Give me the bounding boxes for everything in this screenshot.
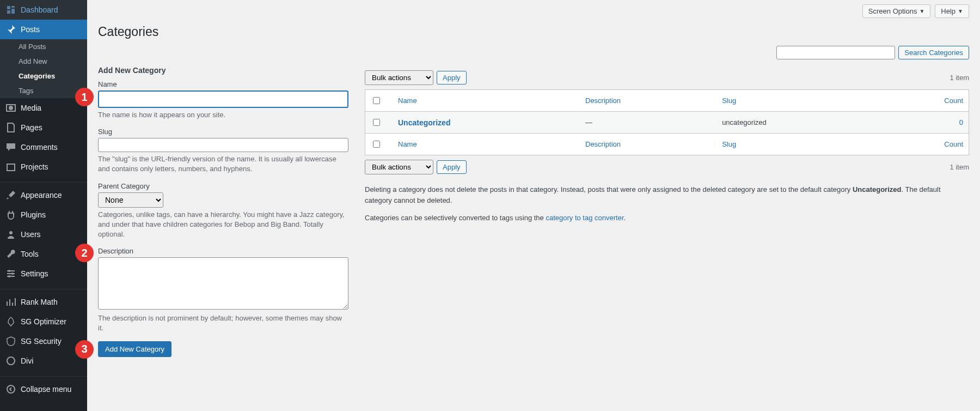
menu-settings[interactable]: Settings <box>0 264 87 283</box>
menu-label: Dashboard <box>21 5 58 14</box>
item-count-top: 1 item <box>950 74 969 82</box>
main-content: Screen Options ▼ Help ▼ Categories Searc… <box>87 0 980 411</box>
deletion-notice: Deleting a category does not delete the … <box>365 184 969 223</box>
col-slug-header[interactable]: Slug <box>722 96 736 105</box>
row-slug: uncategorized <box>716 112 880 134</box>
chevron-down-icon: ▼ <box>958 8 963 14</box>
svg-rect-2 <box>7 164 15 171</box>
screen-options-button[interactable]: Screen Options ▼ <box>862 4 931 18</box>
name-input[interactable] <box>98 90 348 108</box>
row-count-link[interactable]: 0 <box>959 118 963 126</box>
parent-category-select[interactable]: None <box>98 192 163 208</box>
col-slug-footer[interactable]: Slug <box>722 140 736 148</box>
divi-icon <box>5 355 16 366</box>
menu-label: Plugins <box>21 210 46 219</box>
svg-point-4 <box>8 270 10 272</box>
item-count-bottom: 1 item <box>950 163 969 171</box>
page-icon <box>5 122 16 133</box>
bulk-actions-select-top[interactable]: Bulk actions <box>365 70 433 85</box>
submenu-categories[interactable]: Categories <box>0 69 87 83</box>
menu-label: Projects <box>21 162 48 171</box>
admin-sidebar: Dashboard Posts All Posts Add New Catego… <box>0 0 87 411</box>
menu-sg-optimizer[interactable]: SG Optimizer <box>0 312 87 331</box>
comment-icon <box>5 142 16 153</box>
annotation-badge-1: 1 <box>75 88 94 106</box>
help-button[interactable]: Help ▼ <box>935 4 969 18</box>
svg-point-3 <box>9 231 13 234</box>
media-icon <box>5 102 16 113</box>
menu-projects[interactable]: Projects <box>0 157 87 177</box>
collapse-icon <box>5 384 16 395</box>
page-title: Categories <box>98 25 969 39</box>
name-label: Name <box>98 80 348 88</box>
menu-label: Pages <box>21 123 42 132</box>
menu-label: Settings <box>21 269 48 278</box>
chart-icon <box>5 297 16 307</box>
wrench-icon <box>5 249 16 259</box>
menu-label: Users <box>21 230 41 239</box>
bulk-actions-select-bottom[interactable]: Bulk actions <box>365 160 433 174</box>
col-description-header[interactable]: Description <box>585 96 621 105</box>
menu-label: SG Optimizer <box>21 317 66 326</box>
chevron-down-icon: ▼ <box>919 8 924 14</box>
menu-label: Tools <box>21 250 39 258</box>
menu-appearance[interactable]: Appearance <box>0 185 87 205</box>
row-checkbox[interactable] <box>373 119 380 126</box>
table-row: Uncategorized — uncategorized 0 <box>365 112 969 134</box>
slug-input[interactable] <box>98 138 348 152</box>
annotation-badge-2: 2 <box>75 244 94 262</box>
menu-divi[interactable]: Divi <box>0 351 87 371</box>
menu-label: Rank Math <box>21 298 58 306</box>
shield-icon <box>5 336 16 347</box>
menu-plugins[interactable]: Plugins <box>0 205 87 225</box>
name-help-text: The name is how it appears on your site. <box>98 110 348 120</box>
menu-sg-security[interactable]: SG Security <box>0 331 87 351</box>
notice-text: Categories can be selectively converted … <box>365 214 546 222</box>
submenu-all-posts[interactable]: All Posts <box>0 39 87 54</box>
menu-separator <box>0 286 87 289</box>
category-search-input[interactable] <box>776 46 895 59</box>
submenu-tags[interactable]: Tags <box>0 83 87 98</box>
svg-point-8 <box>7 385 15 393</box>
apply-button-bottom[interactable]: Apply <box>437 160 467 174</box>
select-all-checkbox-top[interactable] <box>373 97 380 104</box>
category-name-link[interactable]: Uncategorized <box>398 118 450 127</box>
form-heading: Add New Category <box>98 66 348 75</box>
row-description: — <box>580 112 716 134</box>
menu-media[interactable]: Media <box>0 98 87 118</box>
menu-label: Divi <box>21 356 33 365</box>
add-new-category-button[interactable]: Add New Category <box>98 341 171 357</box>
description-help-text: The description is not prominent by defa… <box>98 313 348 333</box>
menu-collapse[interactable]: Collapse menu <box>0 379 87 399</box>
apply-button-top[interactable]: Apply <box>437 71 467 84</box>
col-name-header[interactable]: Name <box>398 96 417 105</box>
menu-rank-math[interactable]: Rank Math <box>0 292 87 312</box>
menu-tools[interactable]: Tools <box>0 244 87 264</box>
svg-point-7 <box>7 357 15 365</box>
menu-label: Media <box>21 104 41 112</box>
search-categories-button[interactable]: Search Categories <box>898 46 969 59</box>
svg-point-6 <box>8 275 10 277</box>
submenu-add-new[interactable]: Add New <box>0 54 87 69</box>
col-count-header[interactable]: Count <box>944 96 963 105</box>
button-label: Help <box>941 7 955 15</box>
category-to-tag-converter-link[interactable]: category to tag converter <box>546 214 623 222</box>
menu-separator <box>0 373 87 377</box>
select-all-checkbox-bottom[interactable] <box>373 141 380 148</box>
menu-pages[interactable]: Pages <box>0 118 87 137</box>
categories-table: Name Description Slug Count Uncategorize… <box>365 89 969 155</box>
description-label: Description <box>98 247 348 255</box>
col-description-footer[interactable]: Description <box>585 140 621 148</box>
menu-posts[interactable]: Posts <box>0 20 87 39</box>
description-textarea[interactable] <box>98 257 348 310</box>
parent-help-text: Categories, unlike tags, can have a hier… <box>98 210 348 240</box>
menu-dashboard[interactable]: Dashboard <box>0 0 87 20</box>
col-name-footer[interactable]: Name <box>398 140 417 148</box>
slug-label: Slug <box>98 128 348 136</box>
rocket-icon <box>5 316 16 327</box>
col-count-footer[interactable]: Count <box>944 140 963 148</box>
menu-comments[interactable]: Comments <box>0 137 87 157</box>
annotation-badge-3: 3 <box>75 340 94 359</box>
notice-text: Deleting a category does not delete the … <box>365 185 853 194</box>
menu-users[interactable]: Users <box>0 225 87 244</box>
